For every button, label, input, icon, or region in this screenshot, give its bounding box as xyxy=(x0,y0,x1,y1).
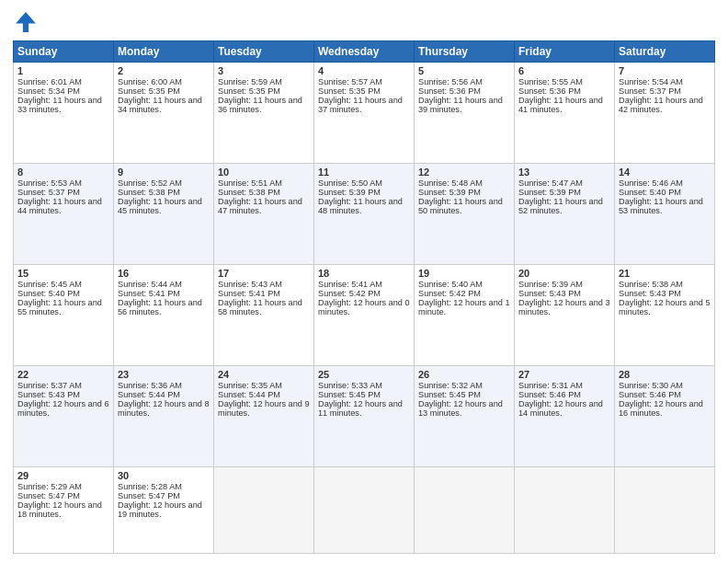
daylight-label: Daylight: 12 hours and 11 minutes. xyxy=(318,399,403,418)
sunset-label: Sunset: 5:45 PM xyxy=(418,390,481,399)
calendar-cell xyxy=(214,467,314,554)
calendar-cell: 11Sunrise: 5:50 AMSunset: 5:39 PMDayligh… xyxy=(314,164,415,265)
header xyxy=(13,9,715,35)
sunset-label: Sunset: 5:47 PM xyxy=(118,491,180,500)
sunset-label: Sunset: 5:35 PM xyxy=(318,86,381,96)
sunrise-label: Sunrise: 5:52 AM xyxy=(118,178,182,188)
calendar-cell: 8Sunrise: 5:53 AMSunset: 5:37 PMDaylight… xyxy=(14,164,114,265)
page: SundayMondayTuesdayWednesdayThursdayFrid… xyxy=(0,0,728,563)
day-number: 18 xyxy=(318,268,410,279)
sunrise-label: Sunrise: 5:35 AM xyxy=(218,381,282,390)
sunrise-label: Sunrise: 6:00 AM xyxy=(118,77,182,86)
daylight-label: Daylight: 11 hours and 33 minutes. xyxy=(17,96,102,114)
daylight-label: Daylight: 11 hours and 42 minutes. xyxy=(619,96,703,114)
day-number: 23 xyxy=(118,369,210,380)
sunset-label: Sunset: 5:39 PM xyxy=(418,188,481,197)
calendar-cell: 1Sunrise: 6:01 AMSunset: 5:34 PMDaylight… xyxy=(14,63,114,164)
day-number: 5 xyxy=(418,65,510,76)
sunset-label: Sunset: 5:39 PM xyxy=(318,188,381,197)
day-number: 12 xyxy=(418,167,510,178)
calendar-table: SundayMondayTuesdayWednesdayThursdayFrid… xyxy=(13,40,715,554)
sunset-label: Sunset: 5:41 PM xyxy=(118,289,180,298)
sunset-label: Sunset: 5:45 PM xyxy=(318,390,381,399)
calendar-cell: 13Sunrise: 5:47 AMSunset: 5:39 PMDayligh… xyxy=(515,164,615,265)
daylight-label: Daylight: 12 hours and 19 minutes. xyxy=(118,500,202,519)
sunset-label: Sunset: 5:38 PM xyxy=(118,188,180,197)
sunset-label: Sunset: 5:42 PM xyxy=(418,289,481,298)
day-number: 8 xyxy=(17,167,109,178)
daylight-label: Daylight: 11 hours and 36 minutes. xyxy=(218,96,302,114)
calendar-cell: 28Sunrise: 5:30 AMSunset: 5:46 PMDayligh… xyxy=(615,366,715,467)
svg-marker-0 xyxy=(16,12,36,32)
day-number: 30 xyxy=(118,470,210,481)
calendar-cell: 4Sunrise: 5:57 AMSunset: 5:35 PMDaylight… xyxy=(314,63,415,164)
calendar-cell: 14Sunrise: 5:46 AMSunset: 5:40 PMDayligh… xyxy=(615,164,715,265)
sunrise-label: Sunrise: 5:33 AM xyxy=(318,381,382,390)
sunset-label: Sunset: 5:42 PM xyxy=(318,289,381,298)
calendar-cell: 3Sunrise: 5:59 AMSunset: 5:35 PMDaylight… xyxy=(214,63,314,164)
calendar-cell: 2Sunrise: 6:00 AMSunset: 5:35 PMDaylight… xyxy=(114,63,214,164)
day-number: 25 xyxy=(318,369,410,380)
calendar-cell: 27Sunrise: 5:31 AMSunset: 5:46 PMDayligh… xyxy=(515,366,615,467)
day-number: 15 xyxy=(17,268,109,279)
sunrise-label: Sunrise: 5:31 AM xyxy=(518,381,583,390)
weekday-header-monday: Monday xyxy=(114,41,214,63)
day-number: 14 xyxy=(619,167,711,178)
sunrise-label: Sunrise: 5:47 AM xyxy=(518,178,583,188)
weekday-header-sunday: Sunday xyxy=(14,41,114,63)
daylight-label: Daylight: 11 hours and 39 minutes. xyxy=(418,96,503,114)
day-number: 17 xyxy=(218,268,310,279)
logo xyxy=(13,9,42,35)
daylight-label: Daylight: 11 hours and 48 minutes. xyxy=(318,197,403,215)
sunrise-label: Sunrise: 5:44 AM xyxy=(118,280,182,289)
day-number: 28 xyxy=(619,369,711,380)
sunrise-label: Sunrise: 5:28 AM xyxy=(118,482,182,491)
day-number: 22 xyxy=(17,369,109,380)
calendar-cell: 30Sunrise: 5:28 AMSunset: 5:47 PMDayligh… xyxy=(114,467,214,554)
sunrise-label: Sunrise: 5:54 AM xyxy=(619,77,683,86)
sunrise-label: Sunrise: 5:48 AM xyxy=(418,178,483,188)
sunset-label: Sunset: 5:39 PM xyxy=(518,188,581,197)
sunset-label: Sunset: 5:36 PM xyxy=(418,86,481,96)
sunset-label: Sunset: 5:36 PM xyxy=(518,86,581,96)
sunrise-label: Sunrise: 5:43 AM xyxy=(218,280,282,289)
day-number: 10 xyxy=(218,167,310,178)
calendar-cell xyxy=(415,467,515,554)
daylight-label: Daylight: 12 hours and 16 minutes. xyxy=(619,399,703,418)
sunrise-label: Sunrise: 5:57 AM xyxy=(318,77,382,86)
calendar-cell: 15Sunrise: 5:45 AMSunset: 5:40 PMDayligh… xyxy=(14,265,114,366)
daylight-label: Daylight: 11 hours and 53 minutes. xyxy=(619,197,703,215)
day-number: 7 xyxy=(619,65,711,76)
day-number: 26 xyxy=(418,369,510,380)
weekday-header-wednesday: Wednesday xyxy=(314,41,415,63)
daylight-label: Daylight: 11 hours and 37 minutes. xyxy=(318,96,403,114)
sunrise-label: Sunrise: 5:51 AM xyxy=(218,178,282,188)
sunrise-label: Sunrise: 5:40 AM xyxy=(418,280,483,289)
calendar-cell: 7Sunrise: 5:54 AMSunset: 5:37 PMDaylight… xyxy=(615,63,715,164)
sunrise-label: Sunrise: 5:38 AM xyxy=(619,280,683,289)
daylight-label: Daylight: 11 hours and 55 minutes. xyxy=(17,298,102,316)
day-number: 1 xyxy=(17,65,109,76)
day-number: 4 xyxy=(318,65,410,76)
sunrise-label: Sunrise: 5:41 AM xyxy=(318,280,382,289)
day-number: 3 xyxy=(218,65,310,76)
daylight-label: Daylight: 11 hours and 34 minutes. xyxy=(118,96,202,114)
daylight-label: Daylight: 11 hours and 47 minutes. xyxy=(218,197,302,215)
day-number: 29 xyxy=(17,470,109,481)
sunrise-label: Sunrise: 5:46 AM xyxy=(619,178,683,188)
daylight-label: Daylight: 11 hours and 56 minutes. xyxy=(118,298,202,316)
daylight-label: Daylight: 11 hours and 58 minutes. xyxy=(218,298,302,316)
sunrise-label: Sunrise: 5:30 AM xyxy=(619,381,683,390)
calendar-header-row: SundayMondayTuesdayWednesdayThursdayFrid… xyxy=(14,41,715,63)
daylight-label: Daylight: 12 hours and 6 minutes. xyxy=(17,399,109,418)
calendar-cell: 22Sunrise: 5:37 AMSunset: 5:43 PMDayligh… xyxy=(14,366,114,467)
day-number: 11 xyxy=(318,167,410,178)
calendar-row-1: 8Sunrise: 5:53 AMSunset: 5:37 PMDaylight… xyxy=(14,164,715,265)
sunrise-label: Sunrise: 5:50 AM xyxy=(318,178,382,188)
sunset-label: Sunset: 5:35 PM xyxy=(118,86,180,96)
day-number: 19 xyxy=(418,268,510,279)
calendar-cell: 9Sunrise: 5:52 AMSunset: 5:38 PMDaylight… xyxy=(114,164,214,265)
calendar-row-4: 29Sunrise: 5:29 AMSunset: 5:47 PMDayligh… xyxy=(14,467,715,554)
calendar-cell: 25Sunrise: 5:33 AMSunset: 5:45 PMDayligh… xyxy=(314,366,415,467)
calendar-cell: 21Sunrise: 5:38 AMSunset: 5:43 PMDayligh… xyxy=(615,265,715,366)
